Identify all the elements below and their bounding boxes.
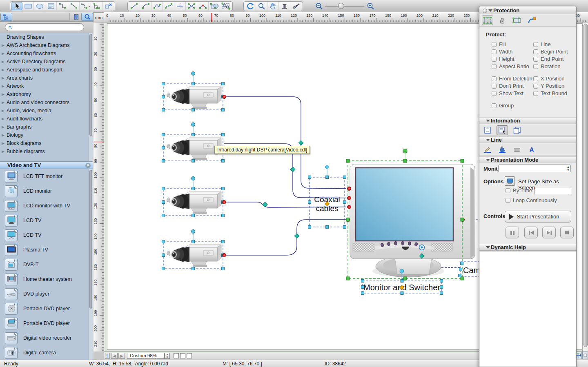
zoom-slider-thumb[interactable] — [338, 3, 344, 9]
stencil-item[interactable]: ✓Home theater system — [0, 272, 89, 287]
selection-handle[interactable] — [461, 218, 464, 221]
stencil-thumbnail[interactable]: ✓ — [5, 215, 18, 227]
dynamic-help-section-header[interactable]: Dynamic Help — [479, 244, 576, 251]
selection-handle[interactable] — [222, 214, 225, 217]
monitor-select[interactable]: ▲▼ — [498, 165, 571, 172]
rotate-tool[interactable] — [245, 2, 256, 10]
stencil-checkbox-icon[interactable]: ✓ — [14, 244, 18, 247]
smart-connector-tool[interactable] — [57, 2, 68, 10]
stencil-item[interactable]: ✓LCD TFT monitor — [0, 169, 89, 184]
selection-handle[interactable] — [192, 187, 195, 190]
category-item[interactable]: ▶AWS Architecture Diagrams — [0, 41, 89, 49]
stencil-item[interactable]: ✓Plasma TV — [0, 242, 89, 257]
selection-handle[interactable] — [440, 280, 443, 282]
stencil-thumbnail[interactable]: ✓ — [5, 303, 18, 315]
selection-handle[interactable] — [440, 286, 443, 289]
stencil-thumbnail[interactable]: ✓ — [5, 171, 18, 182]
category-item[interactable]: ▶Bar graphs — [0, 123, 89, 131]
stencil-checkbox-icon[interactable]: ✓ — [14, 259, 18, 262]
trim-tool[interactable] — [186, 2, 197, 10]
disconnect-tool[interactable] — [102, 2, 114, 10]
zoom-out-icon[interactable] — [314, 2, 324, 12]
stencil-checkbox-icon[interactable]: ✓ — [14, 185, 18, 189]
selection-handle[interactable] — [222, 240, 225, 243]
pan-tool[interactable] — [267, 2, 279, 10]
selection-handle[interactable] — [403, 277, 407, 280]
close-library-icon[interactable]: ✕ — [85, 163, 91, 168]
selection-handle[interactable] — [162, 240, 165, 243]
stencil-thumbnail[interactable]: ✓ — [5, 274, 18, 285]
stencil-checkbox-icon[interactable]: ✓ — [14, 318, 18, 321]
bezier-tool[interactable] — [163, 2, 174, 10]
line-style-button[interactable] — [511, 145, 523, 155]
selection-handle[interactable] — [461, 159, 464, 162]
selection-handle[interactable] — [361, 292, 364, 295]
rotation-handle[interactable] — [192, 123, 195, 127]
hint-button[interactable] — [497, 125, 508, 135]
protection-section-header[interactable]: Protection — [479, 6, 576, 14]
protect-aspect-ratio-checkbox[interactable]: Aspect Ratio — [492, 63, 529, 69]
stencil-item[interactable]: ✓LCD monitor with TV — [0, 198, 89, 213]
category-item[interactable]: ▶Active Directory Diagrams — [0, 58, 89, 66]
selection-handle[interactable] — [343, 201, 346, 204]
rotation-handle[interactable] — [192, 177, 195, 180]
selection-handle[interactable] — [162, 96, 165, 98]
selection-handle[interactable] — [192, 82, 195, 85]
selection-handle[interactable] — [162, 187, 165, 190]
search-view-button[interactable] — [81, 13, 93, 21]
selection-handle[interactable] — [192, 267, 195, 270]
tree-view-button[interactable] — [0, 13, 12, 21]
protect-show-text-checkbox[interactable]: Show Text — [492, 90, 523, 96]
stencil-checkbox-icon[interactable]: ✓ — [14, 303, 18, 306]
selection-handle[interactable] — [346, 218, 350, 221]
selection-handle[interactable] — [162, 201, 165, 204]
collapse-triangle-icon[interactable] — [486, 120, 490, 122]
pause-button[interactable] — [506, 227, 519, 238]
page-tab-2[interactable] — [180, 353, 185, 358]
zoom-slider-track[interactable] — [325, 6, 364, 7]
combine-tool[interactable] — [209, 2, 220, 10]
protect-height-checkbox[interactable]: Height — [492, 56, 514, 62]
connector-midpoint-handle[interactable] — [290, 167, 295, 172]
search-input[interactable] — [5, 23, 84, 31]
stencil-checkbox-icon[interactable]: ✓ — [14, 332, 18, 336]
cctv-camera-shape[interactable] — [167, 87, 221, 109]
cameras-label-clipped[interactable]: Cam — [463, 266, 480, 275]
selection-handle[interactable] — [222, 267, 225, 270]
stencil-checkbox-icon[interactable]: ✓ — [14, 171, 18, 174]
protect-text-bound-checkbox[interactable]: Text Bound — [533, 90, 567, 96]
stencil-checkbox-icon[interactable]: ✓ — [14, 347, 18, 350]
dropdown-caret-icon[interactable]: ▼ — [88, 5, 91, 8]
splitter-handle[interactable]: || — [105, 353, 110, 359]
protect-end-point-checkbox[interactable]: End Point — [533, 56, 564, 62]
category-item[interactable]: ▶Block diagrams — [0, 139, 89, 147]
rotation-handle[interactable] — [192, 230, 195, 234]
stencil-item[interactable]: ✓Portable DVD player — [0, 301, 89, 316]
category-item[interactable]: ▶Aerospace and transport — [0, 66, 89, 74]
ellipse-tool[interactable] — [34, 2, 45, 10]
selection-handle[interactable] — [308, 201, 311, 204]
group-select-tool[interactable] — [220, 2, 232, 10]
stencil-item[interactable]: ✓Portable DVD player — [0, 316, 89, 331]
selection-handle[interactable] — [343, 176, 346, 179]
grid-view-button[interactable] — [70, 13, 82, 21]
selection-handle[interactable] — [162, 133, 165, 136]
protect-width-checkbox[interactable]: Width — [492, 49, 512, 55]
canvas-vscroll-thumb[interactable] — [584, 24, 588, 347]
selection-handle[interactable] — [308, 226, 311, 229]
category-item[interactable]: ▶Audio and video connectors — [0, 98, 89, 107]
protect-begin-point-checkbox[interactable]: Begin Point — [533, 49, 568, 55]
rectangle-tool[interactable] — [22, 2, 34, 10]
by-time-input[interactable] — [535, 187, 571, 194]
stencil-scrollbar[interactable] — [89, 169, 93, 360]
rotation-handle[interactable] — [400, 269, 404, 273]
line-color-button[interactable] — [482, 145, 493, 155]
size-lock-button[interactable] — [511, 16, 523, 25]
line-tool[interactable] — [129, 2, 140, 10]
selection-handle[interactable] — [192, 160, 195, 162]
stencil-thumbnail[interactable]: ✓ — [5, 347, 18, 359]
selection-handle[interactable] — [343, 226, 346, 229]
arc-point-tool[interactable] — [197, 2, 209, 10]
stencil-item[interactable]: ✓LCD TV — [0, 228, 89, 242]
collapse-triangle-icon[interactable] — [488, 9, 492, 12]
